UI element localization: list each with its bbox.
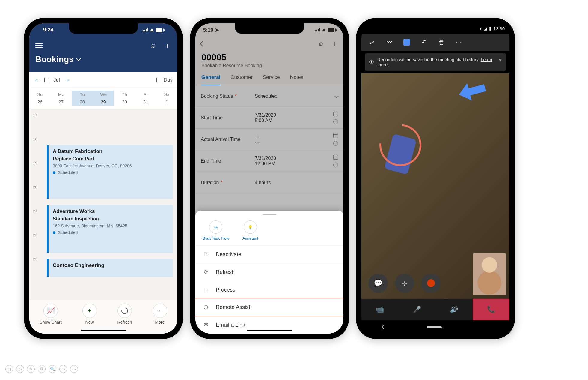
next-arrow-icon[interactable]: → [64, 76, 70, 83]
annotation-toolbar: ⤢ 〰 ↶ 🗑 ⋯ [361, 34, 509, 51]
minimize-icon[interactable]: ⤢ [366, 37, 378, 48]
battery-icon [156, 28, 164, 32]
signal-icon [143, 28, 148, 31]
deactivate-icon: 🗋 [203, 251, 209, 258]
nav-back-icon[interactable] [381, 325, 386, 330]
menu-icon[interactable] [35, 42, 43, 49]
tool-icon[interactable]: 🔍 [49, 365, 56, 373]
booking-card[interactable]: A Datum Fabrication Replace Core Part 30… [47, 145, 173, 199]
refresh-button[interactable]: Refresh [117, 304, 132, 325]
android-nav [361, 320, 509, 334]
email-icon: ✉ [203, 322, 209, 328]
close-icon[interactable]: ✕ [498, 58, 502, 63]
status-time: 5:19 [203, 27, 213, 33]
calendar-nav: ← Jul → Day [29, 72, 177, 88]
tool-icon[interactable]: ⋯ [70, 365, 78, 373]
start-task-flow-button[interactable]: ◎ Start Task Flow [203, 220, 229, 241]
booking-card[interactable]: Adventure Works Standard Inspection 162 … [47, 205, 173, 253]
week-header: Su26 Mo27 Tu28 We29 Th30 Fr31 Sa1 [29, 88, 177, 109]
lightbulb-icon: 💡 [244, 220, 257, 234]
plus-icon[interactable]: ＋ [164, 40, 171, 51]
process-icon: ▭ [203, 286, 209, 293]
circle-annotation-icon [371, 115, 430, 175]
wifi-icon: ▾ [480, 26, 482, 31]
page-title[interactable]: Bookings [35, 55, 171, 67]
capture-button[interactable]: ⟡ [395, 274, 414, 293]
schedule: 17 18 19 20 21 22 23 A Datum Fabrication… [29, 109, 177, 300]
undo-icon[interactable]: ↶ [418, 37, 430, 48]
battery-icon [328, 28, 336, 32]
menu-remote-assist[interactable]: ⬡Remote Assist [195, 298, 343, 316]
status-time: 9:24 [43, 27, 53, 33]
arrow-annotation-icon [457, 79, 487, 103]
phone-remote-assist-call: ▾ ◢ ▮ 12:30 ⤢ 〰 ↶ 🗑 ⋯ ⓘ Recording will b… [356, 18, 515, 339]
phone-booking-detail: 5:19 ➤ ⌕ ＋ 00005 Bookable Resource Booki… [190, 18, 349, 339]
grid-icon [156, 78, 161, 82]
search-icon[interactable]: ⌕ [151, 40, 156, 51]
more-button[interactable]: ···More [153, 304, 167, 325]
page-title-text: Bookings [35, 55, 74, 64]
video-feed: 💬 ⟡ [361, 73, 509, 299]
remote-assist-icon: ⬡ [203, 304, 209, 310]
status-bar: ▾ ◢ ▮ 12:30 [361, 23, 509, 34]
location-icon: ➤ [215, 27, 219, 33]
chat-button[interactable]: 💬 [369, 274, 388, 293]
banner-text: Recording will be saved in the meeting c… [377, 57, 480, 62]
assistant-button[interactable]: 💡 Assistant [242, 220, 258, 241]
ink-icon[interactable]: 〰 [384, 37, 395, 48]
info-icon: ⓘ [369, 59, 374, 65]
prev-arrow-icon[interactable]: ← [34, 76, 40, 83]
page-toolbar: ▢ ▷ ✎ ⧉ 🔍 ▭ ⋯ [5, 365, 78, 373]
calendar-month: Jul [53, 77, 60, 83]
view-switch[interactable]: Day [156, 77, 173, 83]
menu-refresh[interactable]: ⟳Refresh [195, 263, 343, 281]
action-sheet: ◎ Start Task Flow 💡 Assistant 🗋Deactivat… [195, 211, 343, 334]
tool-icon[interactable]: ▷ [16, 365, 24, 373]
speaker-button[interactable]: 🔊 [435, 299, 473, 320]
chevron-down-icon [76, 56, 81, 61]
signal-icon: ◢ [484, 26, 487, 31]
menu-process[interactable]: ▭Process [195, 281, 343, 298]
tool-icon[interactable]: ▭ [59, 365, 67, 373]
signal-icon [315, 28, 320, 31]
more-icon[interactable]: ⋯ [453, 37, 465, 48]
show-chart-button[interactable]: 📈Show Chart [40, 304, 61, 325]
view-label: Day [164, 77, 173, 83]
home-indicator-icon [247, 330, 292, 331]
status-time: 12:30 [493, 26, 505, 31]
hangup-button[interactable]: 📞 [473, 299, 510, 320]
status-bar: 9:24 [35, 23, 171, 37]
tool-icon[interactable]: ✎ [27, 365, 35, 373]
wifi-icon [322, 28, 326, 31]
menu-deactivate[interactable]: 🗋Deactivate [195, 245, 343, 263]
wifi-icon [150, 28, 154, 31]
calendar-icon[interactable] [44, 78, 49, 82]
phone-bookings: 9:24 ⌕ ＋ Bookings [24, 18, 183, 339]
color-icon[interactable] [401, 37, 412, 48]
call-controls: 📹 🎤 🔊 📞 [361, 299, 509, 320]
mic-button[interactable]: 🎤 [399, 299, 436, 320]
bottom-toolbar: 📈Show Chart +New Refresh ···More [29, 300, 177, 334]
battery-icon: ▮ [489, 26, 491, 31]
tool-icon[interactable]: ⧉ [38, 365, 46, 373]
record-button[interactable] [421, 274, 441, 293]
task-flow-icon: ◎ [209, 220, 222, 234]
camera-button[interactable]: 📹 [361, 299, 399, 320]
home-indicator-icon [81, 330, 126, 331]
delete-icon[interactable]: 🗑 [436, 37, 447, 48]
drag-handle-icon[interactable] [263, 214, 276, 215]
booking-card[interactable]: Contoso Engineering [47, 259, 173, 277]
recording-banner: ⓘ Recording will be saved in the meeting… [365, 53, 506, 71]
self-view[interactable] [473, 253, 506, 295]
nav-home-icon[interactable] [427, 326, 442, 328]
refresh-icon: ⟳ [203, 269, 209, 275]
new-button[interactable]: +New [82, 304, 97, 325]
tool-icon[interactable]: ▢ [5, 365, 13, 373]
status-bar: 5:19 ➤ [195, 23, 343, 37]
